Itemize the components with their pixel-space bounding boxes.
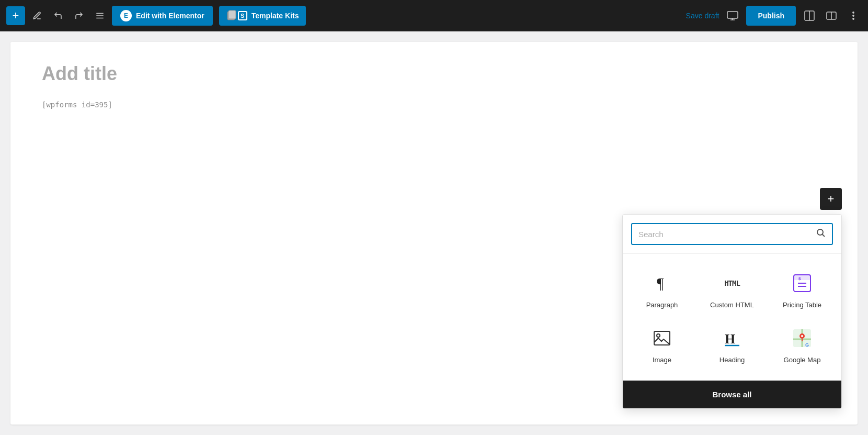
edit-with-elementor-button[interactable]: E Edit with Elementor [112,6,213,26]
block-item-heading[interactable]: H Heading [697,317,767,372]
split-view-button[interactable] [823,7,840,24]
desktop-view-button[interactable] [724,7,741,24]
svg-text:G: G [805,342,809,348]
post-title-input[interactable] [42,63,826,85]
svg-text:¶: ¶ [657,274,664,292]
svg-line-16 [823,235,825,237]
image-block-label: Image [653,356,671,364]
publish-button[interactable]: Publish [746,6,796,26]
redo-button[interactable] [70,7,88,25]
s-brand-icon: S [238,11,247,20]
shortcode-text: [wpforms id=395] [42,101,826,109]
pricing-table-block-icon: $ [790,271,815,296]
heading-block-label: Heading [719,356,745,364]
editor-area: [wpforms id=395] + [10,42,858,425]
paragraph-block-label: Paragraph [646,301,678,309]
toolbar-right: Save draft Publish [686,6,862,26]
svg-text:H: H [725,331,735,347]
block-item-pricing-table[interactable]: $ Pricing Table [767,262,837,317]
block-item-image[interactable]: Image [627,317,697,372]
block-grid: ¶ Paragraph HTML Custom HTML [623,254,841,381]
menu-button[interactable] [91,7,109,25]
add-block-toolbar-button[interactable]: + [6,6,25,25]
layout-toggle-button[interactable] [801,7,818,24]
block-item-paragraph[interactable]: ¶ Paragraph [627,262,697,317]
custom-html-block-label: Custom HTML [710,301,754,309]
svg-point-24 [657,334,660,337]
block-item-google-map[interactable]: G Google Map [767,317,837,372]
main-toolbar: + E Edit with Elementor S Template Kits … [0,0,868,31]
undo-button[interactable] [49,7,67,25]
elementor-icon: E [120,10,132,21]
block-search-input[interactable] [638,230,812,239]
google-map-block-label: Google Map [784,356,821,364]
template-kits-button[interactable]: S Template Kits [219,6,306,26]
template-kits-icons: S [226,10,247,21]
main-area: [wpforms id=395] + [0,31,868,435]
browse-all-button[interactable]: Browse all [623,381,841,408]
pricing-table-block-label: Pricing Table [783,301,821,309]
svg-point-13 [853,15,854,16]
block-popup-panel: ¶ Paragraph HTML Custom HTML [622,214,842,409]
pen-tool-button[interactable] [28,7,46,25]
block-picker-popup: + ¶ [622,188,842,409]
save-draft-button[interactable]: Save draft [686,12,719,20]
svg-rect-5 [727,12,738,18]
block-item-custom-html[interactable]: HTML Custom HTML [697,262,767,317]
svg-rect-4 [229,10,236,19]
svg-rect-19 [794,275,810,280]
add-block-popup-button[interactable]: + [820,188,842,210]
svg-point-15 [817,229,823,235]
svg-point-31 [801,335,803,337]
svg-point-12 [853,12,854,13]
heading-block-icon: H [719,326,745,351]
more-options-button[interactable] [845,7,862,24]
svg-point-14 [853,18,854,19]
search-submit-button[interactable] [816,228,826,240]
paragraph-block-icon: ¶ [649,271,675,296]
block-search-area [623,215,841,254]
search-wrapper [631,223,833,245]
custom-html-block-icon: HTML [719,271,745,296]
image-block-icon [649,326,675,351]
google-map-block-icon: G [790,326,815,351]
svg-text:$: $ [798,276,801,281]
